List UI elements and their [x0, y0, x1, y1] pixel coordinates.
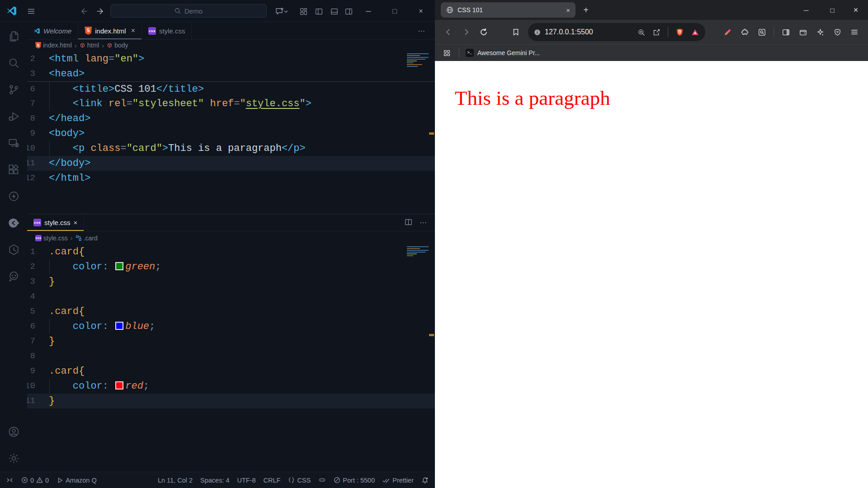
wallet-icon[interactable]: [796, 25, 810, 39]
browser-menu-hamburger-icon[interactable]: [847, 25, 862, 39]
breadcrumb-html[interactable]: html: [80, 42, 99, 49]
eol-sequence[interactable]: CRLF: [264, 477, 281, 484]
browser-back-icon[interactable]: [441, 25, 456, 39]
code-line-7[interactable]: 7 <link rel="stylesheet" href="style.css…: [0, 96, 435, 111]
browser-maximize-button[interactable]: □: [823, 3, 842, 17]
code-line-10[interactable]: 10 color: red;: [0, 379, 435, 394]
brave-rewards-icon[interactable]: [689, 26, 701, 38]
code-line-7[interactable]: 7}: [0, 334, 435, 349]
remote-indicator[interactable]: [6, 477, 13, 483]
close-icon[interactable]: ×: [131, 27, 135, 35]
code-line-9[interactable]: 9.card{: [0, 364, 435, 379]
encoding[interactable]: UTF-8: [237, 477, 256, 484]
copilot-status[interactable]: [318, 476, 326, 484]
settings-gear-icon[interactable]: [3, 447, 24, 469]
code-line-11[interactable]: 11}: [0, 394, 435, 408]
tab-style-css-panel[interactable]: css style.css ×: [27, 214, 84, 231]
breadcrumb-card-symbol[interactable]: .card: [75, 235, 98, 242]
nav-forward-icon[interactable]: [95, 5, 107, 17]
tab-welcome[interactable]: Welcome: [27, 22, 78, 39]
language-mode[interactable]: CSS: [288, 477, 311, 484]
window-close-button[interactable]: ×: [414, 5, 428, 17]
extensions-icon[interactable]: [3, 159, 24, 180]
brave-leo-pen-icon[interactable]: [720, 25, 735, 39]
code-line-11[interactable]: 11</body>: [0, 156, 435, 171]
color-swatch[interactable]: [115, 322, 123, 330]
source-control-icon[interactable]: [3, 79, 24, 100]
run-debug-icon[interactable]: [3, 105, 24, 127]
browser-minimize-button[interactable]: ─: [797, 3, 816, 17]
address-bar[interactable]: 127.0.0.1:5500: [528, 23, 705, 41]
code-line-2[interactable]: 2<html lang="en">: [0, 52, 435, 66]
breadcrumb-file[interactable]: 5 index.html: [35, 42, 72, 49]
tab-style-css[interactable]: css style.css: [142, 22, 192, 39]
url-text[interactable]: 127.0.0.1:5500: [545, 28, 593, 36]
apps-grid-icon[interactable]: [441, 47, 453, 59]
bookmark-awesome-gemini[interactable]: >_ Awesome Gemini Pr...: [466, 49, 540, 57]
menu-hamburger-icon[interactable]: [25, 5, 37, 17]
amazon-q-status[interactable]: Amazon Q: [57, 477, 97, 484]
live-preview-icon[interactable]: [3, 212, 24, 234]
code-line-10[interactable]: 10 <p class="card">This is a paragraph</…: [0, 141, 435, 156]
code-line-3[interactable]: 3}: [0, 274, 435, 289]
formatter-status[interactable]: Prettier: [382, 477, 414, 484]
code-line-4[interactable]: 4: [0, 289, 435, 304]
search-in-page-icon[interactable]: [755, 25, 769, 39]
minimap[interactable]: [407, 52, 429, 68]
new-tab-button[interactable]: +: [579, 3, 593, 17]
toggle-sidebar-icon[interactable]: [313, 5, 325, 17]
explorer-icon[interactable]: [3, 25, 24, 47]
sidebar-toggle-icon[interactable]: [778, 25, 793, 39]
code-line-6[interactable]: 6 color: blue;: [0, 319, 435, 334]
tab-close-icon[interactable]: ×: [566, 6, 570, 14]
browser-reload-icon[interactable]: [476, 25, 491, 39]
color-swatch[interactable]: [115, 381, 123, 389]
code-line-6[interactable]: 6 <title>CSS 101</title>: [0, 81, 435, 96]
browser-tab-css-101[interactable]: CSS 101 ×: [441, 2, 576, 18]
notifications-bell[interactable]: [421, 477, 429, 484]
bookmark-icon[interactable]: [509, 25, 523, 39]
breadcrumb-body[interactable]: body: [107, 42, 128, 49]
leo-ai-sparkle-icon[interactable]: [813, 25, 827, 39]
thunder-extension-icon[interactable]: [3, 185, 24, 207]
tab-index-html[interactable]: 5 index.html ×: [78, 22, 142, 39]
indentation[interactable]: Spaces: 4: [200, 477, 230, 484]
browser-close-button[interactable]: ×: [846, 3, 865, 17]
more-actions-icon[interactable]: ⋯: [420, 218, 427, 227]
color-swatch[interactable]: [115, 262, 123, 270]
cursor-position[interactable]: Ln 11, Col 2: [158, 477, 193, 484]
browser-forward-icon[interactable]: [459, 25, 473, 39]
zoom-icon[interactable]: [635, 26, 647, 38]
problems-indicator[interactable]: 0 0: [21, 477, 49, 484]
minimap[interactable]: [407, 245, 429, 257]
chat-icon[interactable]: [272, 5, 290, 17]
toggle-secondary-sidebar-icon[interactable]: [343, 5, 354, 17]
hexagon-extension-icon[interactable]: [3, 239, 24, 260]
code-line-12[interactable]: 12</html>: [0, 171, 435, 186]
split-editor-icon[interactable]: [405, 218, 412, 226]
share-icon[interactable]: [651, 26, 662, 38]
window-minimize-button[interactable]: ─: [362, 5, 375, 17]
command-search-box[interactable]: Demo: [110, 4, 267, 18]
code-line-1[interactable]: 1.card{: [0, 244, 435, 259]
code-line-2[interactable]: 2 color: green;: [0, 259, 435, 274]
customize-layout-icon[interactable]: [297, 5, 309, 17]
live-server-port[interactable]: Port : 5500: [334, 477, 375, 484]
amazon-q-icon[interactable]: [3, 265, 24, 287]
editor-actions-more-icon[interactable]: ⋯: [418, 27, 425, 35]
vpn-shield-icon[interactable]: [830, 25, 844, 39]
brave-shields-icon[interactable]: [674, 26, 685, 38]
window-maximize-button[interactable]: □: [388, 5, 401, 17]
toggle-panel-icon[interactable]: [328, 5, 340, 17]
remote-explorer-icon[interactable]: [3, 132, 24, 154]
close-icon[interactable]: ×: [74, 219, 78, 226]
code-line-8[interactable]: 8: [0, 349, 435, 364]
editor-index-html[interactable]: 2<html lang="en">3<head>6 <title>CSS 101…: [0, 51, 435, 214]
nav-back-icon[interactable]: [78, 5, 90, 17]
code-line-8[interactable]: 8</head>: [0, 111, 435, 126]
code-line-3[interactable]: 3<head>: [0, 66, 435, 81]
search-icon[interactable]: [3, 52, 24, 74]
code-line-9[interactable]: 9<body>: [0, 126, 435, 141]
account-icon[interactable]: [3, 421, 24, 442]
editor-style-css[interactable]: 1.card{2 color: green;3}45.card{6 color:…: [0, 244, 435, 472]
